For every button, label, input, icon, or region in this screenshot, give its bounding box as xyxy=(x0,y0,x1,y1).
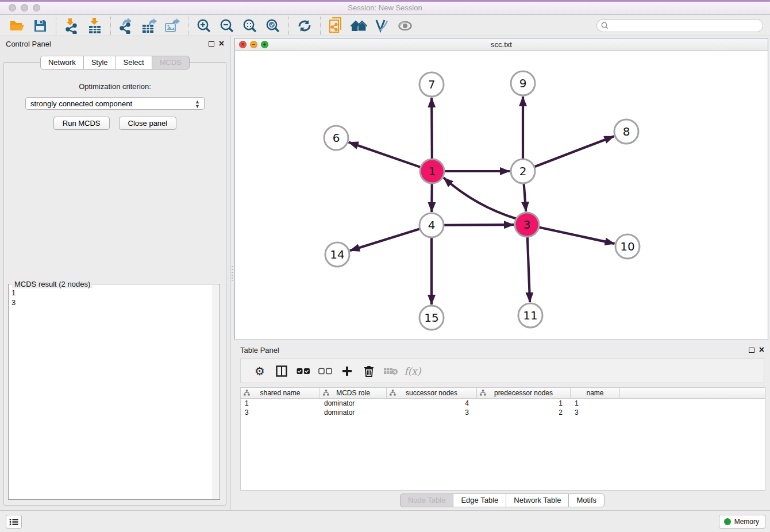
vizmapper-icon[interactable] xyxy=(371,17,394,35)
graph-node-15[interactable]: 15 xyxy=(419,306,444,330)
control-panel-title: Control Panel xyxy=(6,40,51,48)
tab-style[interactable]: Style xyxy=(83,56,116,70)
show-column-icon[interactable] xyxy=(271,363,292,380)
mcds-result-list[interactable]: 13 xyxy=(11,286,212,499)
edge-4-14[interactable] xyxy=(350,229,420,250)
cell-MCDS-role[interactable]: dominator xyxy=(320,399,387,408)
column-label: name xyxy=(586,389,603,397)
table-row[interactable]: 1dominator411 xyxy=(241,399,765,408)
tab-network[interactable]: Network xyxy=(40,56,84,70)
edge-2-8[interactable] xyxy=(534,136,614,167)
edge-3-11[interactable] xyxy=(528,237,530,302)
open-folder-icon[interactable] xyxy=(6,17,29,35)
cell-shared-name[interactable]: 1 xyxy=(241,399,320,408)
column-header-name[interactable]: name xyxy=(571,388,620,398)
graph-node-7[interactable]: 7 xyxy=(419,72,444,97)
graph-node-1[interactable]: 1 xyxy=(420,159,444,183)
node-label: 7 xyxy=(428,78,436,91)
network-minimize-icon[interactable]: − xyxy=(250,41,257,48)
close-table-panel-icon[interactable]: × xyxy=(759,346,764,354)
network-file-icon[interactable] xyxy=(325,17,348,35)
column-header-predecessor-nodes[interactable]: predecessor nodes xyxy=(477,388,571,398)
toolbar-search-field[interactable] xyxy=(596,19,763,32)
edge-3-1[interactable] xyxy=(444,178,517,218)
search-input[interactable] xyxy=(611,22,759,30)
result-scrollbar[interactable] xyxy=(213,285,219,499)
edge-3-10[interactable] xyxy=(539,227,615,244)
hide-panel-eye-icon[interactable] xyxy=(394,17,417,35)
float-panel-icon[interactable] xyxy=(209,41,214,47)
tab-node-table[interactable]: Node Table xyxy=(400,494,454,507)
edge-1-4[interactable] xyxy=(432,183,432,212)
cell-predecessor-nodes[interactable]: 1 xyxy=(477,399,571,408)
home-layout-icon[interactable] xyxy=(348,17,371,35)
zoom-fit-icon[interactable] xyxy=(238,17,261,35)
tab-motifs[interactable]: Motifs xyxy=(568,494,605,507)
graph-node-2[interactable]: 2 xyxy=(511,159,535,183)
tab-network-table[interactable]: Network Table xyxy=(506,494,569,507)
edge-1-6[interactable] xyxy=(349,142,421,168)
column-header-successor-nodes[interactable]: successor nodes xyxy=(387,388,477,398)
zoom-in-icon[interactable] xyxy=(192,17,215,35)
toolbar-separator xyxy=(320,17,321,35)
zoom-selected-icon[interactable] xyxy=(261,17,284,35)
panel-splitter[interactable] xyxy=(230,36,234,510)
zoom-out-icon[interactable] xyxy=(215,17,238,35)
graph-node-8[interactable]: 8 xyxy=(614,119,638,144)
save-icon[interactable] xyxy=(29,17,52,35)
deselect-all-checkbox-icon[interactable] xyxy=(314,363,336,380)
cell-shared-name[interactable]: 3 xyxy=(241,408,320,417)
cell-predecessor-nodes[interactable]: 2 xyxy=(477,408,571,417)
graph-node-3[interactable]: 3 xyxy=(515,213,539,237)
import-table-icon[interactable] xyxy=(83,17,106,35)
memory-button[interactable]: Memory xyxy=(719,515,765,529)
criterion-dropdown[interactable]: strongly connected component ▲▼ xyxy=(25,97,205,110)
column-header-shared-name[interactable]: shared name xyxy=(241,388,320,398)
tab-mcds[interactable]: MCDS xyxy=(152,56,190,70)
task-history-button[interactable] xyxy=(6,515,22,529)
cell-MCDS-role[interactable]: dominator xyxy=(320,408,387,417)
graph-node-6[interactable]: 6 xyxy=(324,126,348,150)
mcds-result-item[interactable]: 3 xyxy=(11,298,212,307)
column-header-MCDS-role[interactable]: MCDS role xyxy=(320,388,387,398)
edge-1-7[interactable] xyxy=(432,98,432,159)
edge-4-3[interactable] xyxy=(444,225,514,225)
graph-node-4[interactable]: 4 xyxy=(419,213,444,237)
import-network-icon[interactable] xyxy=(60,17,83,35)
node-label: 15 xyxy=(424,311,438,325)
table-row[interactable]: 3dominator323 xyxy=(241,408,765,417)
select-all-checkbox-icon[interactable] xyxy=(292,363,314,380)
graph-node-10[interactable]: 10 xyxy=(615,234,640,259)
tab-select[interactable]: Select xyxy=(116,56,152,70)
graph-canvas[interactable]: 1234678910111415 xyxy=(235,51,768,340)
cell-successor-nodes[interactable]: 3 xyxy=(387,408,477,417)
network-close-icon[interactable]: × xyxy=(239,41,247,48)
delete-table-icon[interactable] xyxy=(380,363,402,380)
edge-2-3[interactable] xyxy=(524,183,526,211)
graph-node-14[interactable]: 14 xyxy=(325,242,349,267)
memory-label: Memory xyxy=(734,518,759,526)
graph-node-11[interactable]: 11 xyxy=(518,303,542,327)
close-panel-button[interactable]: Close panel xyxy=(119,117,177,130)
tab-edge-table[interactable]: Edge Table xyxy=(453,494,506,507)
export-image-icon[interactable] xyxy=(161,17,184,35)
cell-name[interactable]: 1 xyxy=(571,399,620,408)
node-table: shared nameMCDS rolesuccessor nodesprede… xyxy=(240,387,765,491)
mcds-result-item[interactable]: 1 xyxy=(11,288,212,298)
delete-row-trash-icon[interactable] xyxy=(358,363,380,380)
graph-node-9[interactable]: 9 xyxy=(511,71,535,95)
add-row-icon[interactable] xyxy=(336,363,358,380)
network-window-titlebar[interactable]: × − + scc.txt xyxy=(235,38,768,51)
export-network-icon[interactable] xyxy=(115,17,138,35)
network-maximize-icon[interactable]: + xyxy=(261,41,268,48)
settings-gear-icon[interactable]: ⚙ xyxy=(249,363,271,380)
cell-name[interactable]: 3 xyxy=(571,408,620,417)
float-table-panel-icon[interactable] xyxy=(749,348,754,353)
function-builder-icon[interactable]: f(x) xyxy=(402,363,424,380)
refresh-layout-icon[interactable] xyxy=(293,17,316,35)
run-mcds-button[interactable]: Run MCDS xyxy=(53,117,110,130)
sort-hierarchy-icon xyxy=(323,390,329,396)
close-panel-icon[interactable]: × xyxy=(219,40,224,48)
export-table-icon[interactable] xyxy=(138,17,161,35)
cell-successor-nodes[interactable]: 4 xyxy=(387,399,477,408)
